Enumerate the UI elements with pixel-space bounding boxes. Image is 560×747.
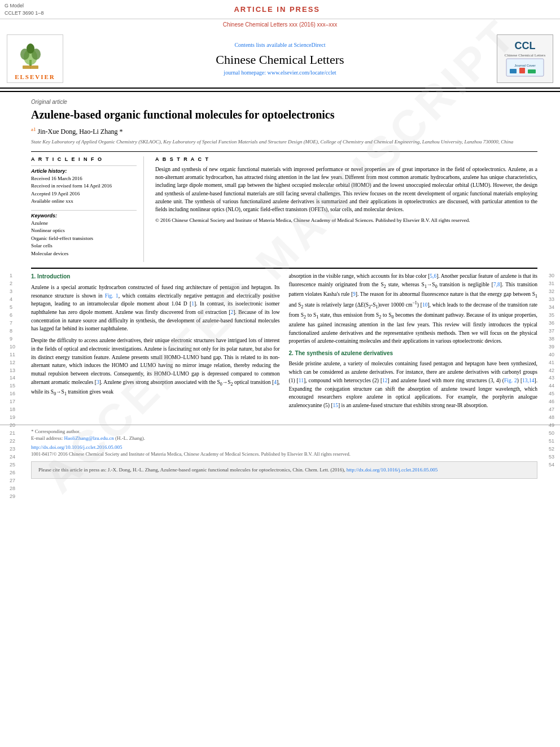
ref3-link[interactable]: 3	[97, 379, 99, 385]
keywords-divider	[31, 210, 137, 211]
body-two-col: 12345 678910 1112131415 1617181920 21222…	[31, 272, 537, 413]
top-header: G Model CCLET 3690 1–8 ARTICLE IN PRESS	[0, 0, 560, 19]
ref10-link[interactable]: 10	[422, 302, 428, 308]
keyword-ofet: Organic field-effect transistors	[31, 235, 137, 243]
right-line-numbers: 3031323334 3536373839 4041424344 4546474…	[549, 272, 554, 469]
revised-date: Received in revised form 14 April 2016	[31, 182, 137, 190]
svg-point-4	[27, 43, 34, 54]
right-para-2: Beside pristine azulene, a variety of mo…	[289, 360, 538, 409]
model-info: G Model CCLET 3690 1–8	[5, 2, 43, 16]
elsevier-logo-svg	[12, 37, 58, 71]
doi-link[interactable]: http://dx.doi.org/10.1016/j.cclet.2016.0…	[31, 444, 537, 450]
keyword-molecular: Molecular devices	[31, 250, 137, 258]
corresponding-asterisk: *	[119, 128, 123, 136]
citation-doi-link[interactable]: http://dx.doi.org/10.1016/j.cclet.2016.0…	[347, 467, 438, 473]
journal-homepage: journal homepage: www.elsevier.com/locat…	[224, 69, 336, 76]
footer-area: * Corresponding author. E-mail address: …	[0, 425, 560, 479]
article-section-label: Original article	[31, 99, 537, 105]
keyword-solar: Solar cells	[31, 242, 137, 250]
keyword-nlo: Nonlinear optics	[31, 227, 137, 235]
citation-box: Please cite this article in press as: J.…	[31, 461, 537, 479]
body-content: 12345 678910 1112131415 1617181920 21222…	[31, 268, 537, 413]
citation-line: Chinese Chemical Letters xxx (2016) xxx–…	[0, 19, 560, 30]
abstract-col: A B S T R A C T Design and synthesis of …	[155, 156, 537, 263]
article-title: Azulene-based organic functional molecul…	[31, 107, 537, 122]
ref1-link[interactable]: 1	[191, 301, 194, 307]
available-date: Available online xxx	[31, 198, 137, 206]
synthesis-section-header: 2. The synthesis of azulene derivatives	[289, 349, 538, 358]
article-info-title: A R T I C L E I N F O	[31, 156, 137, 162]
authors-line: a1 Jin-Xue Dong, Hao-Li Zhang *	[31, 126, 537, 136]
received-date: Received 16 March 2016	[31, 175, 137, 183]
ref9-link[interactable]: 9	[353, 291, 356, 297]
right-para-1: absorption in the visible range, which a…	[289, 272, 538, 346]
ref2-link[interactable]: 2	[230, 309, 233, 315]
article-info-col: A R T I C L E I N F O Article history: R…	[31, 156, 144, 263]
journal-title: Chinese Chemical Letters	[216, 53, 344, 67]
email-link[interactable]: HaoliZhang@lzu.edu.cn	[64, 435, 113, 441]
info-divider	[31, 165, 137, 166]
header-divider	[0, 91, 560, 92]
citation-text: Please cite this article in press as: J.…	[38, 467, 345, 473]
article-in-press-banner: ARTICLE IN PRESS	[43, 5, 510, 14]
keyword-azulene: Azulene	[31, 220, 137, 228]
ccl-logo-box: CCL Chinese Chemical Letters Journal Cov…	[497, 34, 553, 83]
authors-text: Jin-Xue Dong, Hao-Li Zhang	[38, 128, 118, 136]
body-right-col: 3031323334 3536373839 4041424344 4546474…	[289, 272, 538, 413]
ref1314-link[interactable]: 13,14	[522, 378, 534, 383]
article-history: Article history: Received 16 March 2016 …	[31, 168, 137, 206]
svg-rect-10	[519, 68, 525, 73]
contents-available-text: Contents lists available at ScienceDirec…	[234, 42, 325, 48]
svg-rect-7	[506, 59, 544, 76]
abstract-copyright: © 2016 Chinese Chemical Society and Inst…	[155, 217, 537, 224]
body-left-col: 12345 678910 1112131415 1617181920 21222…	[31, 272, 280, 413]
article-info-abstract: A R T I C L E I N F O Article history: R…	[31, 151, 537, 263]
ref56-link[interactable]: 5,6	[430, 273, 436, 279]
accepted-date: Accepted 19 April 2016	[31, 190, 137, 198]
intro-section-header: 1. Introduction	[31, 272, 280, 281]
svg-rect-9	[510, 69, 517, 73]
abstract-title: A B S T R A C T	[155, 156, 537, 162]
intro-para-1: Azulene is a special aromatic hydrocarbo…	[31, 283, 280, 333]
main-content: ACCEPTED MANUSCRIPT Original article Azu…	[0, 94, 560, 418]
email-name: (H.-L. Zhang).	[115, 435, 145, 441]
keywords-title: Keywords:	[31, 213, 137, 219]
ref11-link[interactable]: 11	[299, 378, 304, 383]
ref78-link[interactable]: 7,8	[493, 282, 500, 287]
journal-center-info: Contents lists available at ScienceDirec…	[70, 34, 490, 83]
ref4-link[interactable]: 4	[274, 379, 277, 385]
keywords-section: Keywords: Azulene Nonlinear optics Organ…	[31, 213, 137, 258]
corresponding-label: * Corresponding author.	[31, 429, 537, 434]
corr-marker: a1	[31, 126, 36, 132]
intro-para-2: Despite the difficulty to access azulene…	[31, 337, 280, 397]
svg-text:Journal Cover: Journal Cover	[514, 64, 535, 67]
ccl-journal-image: Journal Cover	[505, 58, 545, 77]
homepage-url[interactable]: www.elsevier.com/locate/cclet	[268, 69, 336, 76]
abstract-text: Design and synthesis of new organic func…	[155, 165, 537, 214]
affiliations: State Key Laboratory of Applied Organic …	[31, 138, 537, 146]
sciencedirect-link[interactable]: ScienceDirect	[294, 42, 325, 48]
elsevier-logo-box: ELSEVIER	[7, 34, 63, 83]
ref15-link[interactable]: 15	[333, 403, 339, 408]
svg-rect-11	[528, 69, 536, 73]
history-title: Article history:	[31, 168, 137, 174]
ref12-link[interactable]: 12	[382, 378, 388, 383]
fig1-link[interactable]: Fig. 1	[105, 293, 119, 299]
left-line-numbers: 12345 678910 1112131415 1617181920 21222…	[10, 272, 15, 500]
email-line: E-mail address: HaoliZhang@lzu.edu.cn (H…	[31, 435, 537, 441]
fig2-link[interactable]: Fig. 2	[504, 378, 517, 383]
rights-text: 1001-8417/© 2016 Chinese Chemical Societ…	[31, 451, 537, 457]
journal-header: ELSEVIER Contents lists available at Sci…	[0, 30, 560, 89]
elsevier-name: ELSEVIER	[15, 73, 55, 80]
